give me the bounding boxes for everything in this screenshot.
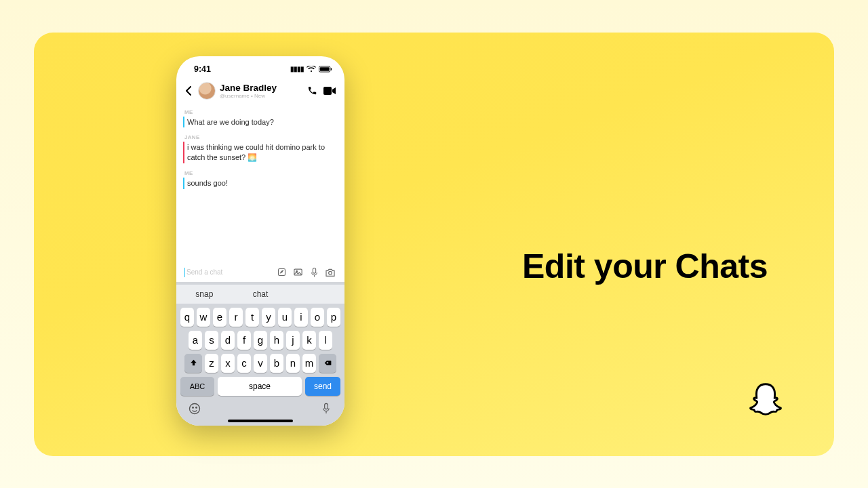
keyboard-row-3: z x c v b n m [176,354,344,373]
contact-name: Jane Bradley [220,83,301,93]
keyboard-row-2: a s d f g h j k l [176,331,344,350]
svg-rect-2 [331,68,332,70]
message-sender: JANE [184,134,338,140]
svg-rect-12 [325,403,328,409]
home-indicator[interactable] [228,420,293,422]
key-l[interactable]: l [319,331,332,350]
suggestion[interactable]: snap [176,289,233,299]
emoji-icon[interactable] [187,401,202,416]
key-o[interactable]: o [311,308,324,327]
key-x[interactable]: x [221,354,235,373]
rocket-icon[interactable] [275,266,288,279]
key-v[interactable]: v [254,354,267,373]
message-body: sounds goo! [183,178,338,189]
keyboard-row-bottom: ABC space send [176,377,344,396]
back-chevron-icon[interactable] [183,85,194,96]
status-bar: 9:41 ▮▮▮▮ [176,56,344,78]
svg-rect-1 [320,67,330,70]
chat-input[interactable]: Send a chat [184,268,271,277]
key-i[interactable]: i [294,308,308,327]
key-z[interactable]: z [205,354,218,373]
svg-point-9 [190,403,200,413]
snapchat-ghost-icon [745,380,787,422]
key-f[interactable]: f [237,331,251,350]
keyboard-suggestions: snap chat [176,285,344,304]
key-p[interactable]: p [327,308,340,327]
camera-icon[interactable] [324,266,336,279]
battery-icon [319,66,332,73]
key-s[interactable]: s [205,331,218,350]
message-sender: ME [184,109,338,115]
key-e[interactable]: e [213,308,226,327]
key-d[interactable]: d [221,331,235,350]
contact-subtitle: @username • New [220,93,301,99]
key-a[interactable]: a [189,331,202,350]
key-b[interactable]: b [270,354,283,373]
phone-call-icon[interactable] [305,84,319,98]
svg-point-10 [193,407,194,408]
key-c[interactable]: c [237,354,251,373]
signal-icon: ▮▮▮▮ [290,65,304,73]
contact-name-block[interactable]: Jane Bradley @username • New [220,83,301,99]
video-call-icon[interactable] [323,84,336,98]
svg-rect-7 [313,268,315,273]
key-u[interactable]: u [278,308,292,327]
key-g[interactable]: g [254,331,267,350]
chat-header: Jane Bradley @username • New [176,78,344,105]
phone-mockup: 9:41 ▮▮▮▮ Jane Bradley @username • New [176,56,344,426]
gallery-icon[interactable] [292,266,304,279]
key-t[interactable]: t [245,308,259,327]
avatar[interactable] [198,82,216,100]
shift-key[interactable] [184,354,202,373]
keyboard-footer [176,396,344,416]
keyboard-row-1: q w e r t y u i o p [176,308,344,327]
headline: Edit your Chats [522,247,768,286]
backspace-key[interactable] [319,354,336,373]
microphone-icon[interactable] [308,266,320,279]
space-key[interactable]: space [218,377,302,396]
message-body: i was thinking we could hit domino park … [183,142,338,163]
message[interactable]: JANE i was thinking we could hit domino … [183,134,338,163]
ios-keyboard: snap chat q w e r t y u i o p a s d f [176,282,344,426]
message[interactable]: ME What are we doing today? [183,109,338,128]
abc-key[interactable]: ABC [180,377,214,396]
message-sender: ME [184,170,338,176]
key-w[interactable]: w [197,308,210,327]
promo-card: Edit your Chats 9:41 ▮▮▮▮ [34,33,834,456]
dictation-icon[interactable] [319,401,334,416]
key-k[interactable]: k [302,331,316,350]
status-time: 9:41 [194,64,211,74]
key-h[interactable]: h [270,331,283,350]
suggestion[interactable]: chat [233,289,289,299]
svg-point-8 [329,271,332,274]
svg-rect-3 [323,87,332,95]
svg-point-11 [196,407,197,408]
message-list: ME What are we doing today? JANE i was t… [176,105,344,197]
key-j[interactable]: j [286,331,300,350]
status-icons: ▮▮▮▮ [290,65,332,73]
key-n[interactable]: n [286,354,300,373]
message-body: What are we doing today? [183,117,338,128]
key-q[interactable]: q [180,308,194,327]
chat-input-bar: Send a chat [182,264,339,281]
key-r[interactable]: r [229,308,243,327]
wifi-icon [307,66,316,73]
message[interactable]: ME sounds goo! [183,170,338,189]
send-key[interactable]: send [305,377,340,396]
key-m[interactable]: m [302,354,316,373]
key-y[interactable]: y [262,308,275,327]
